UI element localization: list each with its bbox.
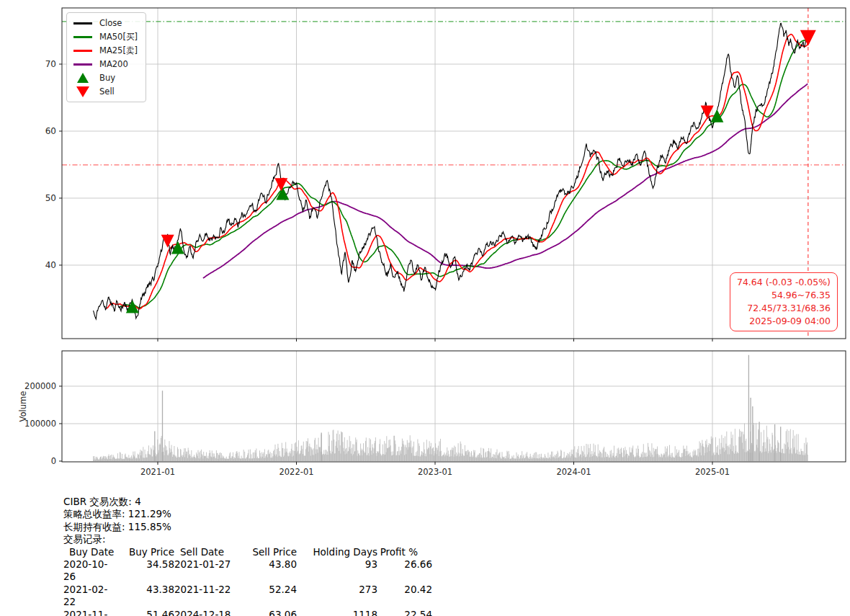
trade-cell: 43.80 [239,558,297,584]
close-series [94,23,808,319]
trade-cell: 20.42 [377,584,432,609]
line-sample [73,50,92,52]
svg-text:40: 40 [45,260,56,270]
trade-cell: 51.46 [118,609,174,616]
trade-col-header: Sell Price [239,546,297,558]
svg-text:2025-01: 2025-01 [695,467,730,477]
strategy-summary: CIBR 交易次数: 4 策略总收益率: 121.29% 长期持有收益: 115… [63,496,432,616]
trade-cell: 2021-02-22 [63,584,118,609]
legend-line-swatch [73,36,93,38]
sell-markers [161,30,816,248]
line-sample [73,36,92,38]
svg-text:200000: 200000 [24,381,56,391]
legend-item: Sell [73,86,138,97]
svg-text:70: 70 [45,59,56,69]
legend-label: MA50[买] [99,32,138,43]
trade-cell: 2024-12-18 [174,609,239,616]
svg-text:0: 0 [51,456,56,466]
svg-text:2023-01: 2023-01 [418,467,452,477]
trade-col-header: Profit % [377,546,432,558]
legend-marker-swatch [73,73,93,83]
volume-bars [94,355,808,461]
sell-triangle-icon [76,86,89,97]
annotation-line-mas: 72.45/73.31/68.36 [737,302,831,315]
ma25-series [107,35,808,309]
svg-text:100000: 100000 [24,419,56,429]
trade-cell: 26.66 [377,558,432,584]
trade-cell: 93 [297,558,377,584]
legend-item: MA50[买] [73,31,138,43]
axis-ticks-and-labels: 4050607001000002000002021-012022-012023-… [18,59,730,477]
trade-count-line: CIBR 交易次数: 4 [63,496,432,508]
legend-label: Close [99,18,122,28]
trade-cell: 2021-01-27 [174,558,239,584]
annotation-line-price: 74.64 (-0.03 -0.05%) [737,276,831,289]
legend-label: MA25[卖] [99,45,138,56]
trade-cell: 2021-11-22 [174,584,239,609]
buy-triangle-icon [77,73,89,83]
legend-line-swatch [73,63,93,66]
trade-cell: 2020-10-26 [63,558,118,584]
legend-marker-swatch [73,86,93,97]
legend-label: Buy [99,73,115,83]
legend-item: MA25[卖] [73,45,138,56]
trade-log-label: 交易记录: [63,533,432,545]
legend-item: Close [73,17,138,29]
svg-text:2024-01: 2024-01 [556,467,591,477]
svg-text:50: 50 [45,193,56,203]
legend-item: Buy [73,72,138,84]
volume-axis-label: Volume [18,391,28,422]
trade-col-header: Buy Date [63,546,118,558]
line-sample [73,22,92,24]
trade-cell: 43.38 [118,584,174,609]
line-sample [73,63,92,66]
trade-table: Buy DateBuy PriceSell DateSell PriceHold… [63,546,432,616]
svg-text:60: 60 [45,126,56,136]
legend-line-swatch [73,50,93,52]
legend: CloseMA50[买]MA25[卖]MA200BuySell [66,12,146,102]
svg-text:2021-01: 2021-01 [140,467,175,477]
annotation-line-time: 2025-09-09 04:00 [737,315,831,328]
hold-return-line: 长期持有收益: 115.85% [63,521,432,533]
trade-cell: 1118 [297,609,377,616]
trade-cell: 273 [297,584,377,609]
trade-cell: 63.06 [239,609,297,616]
ma50-series [120,40,808,308]
annotation-line-range: 54.96~76.35 [737,289,831,302]
trade-col-header: Sell Date [174,546,239,558]
trade-cell: 34.58 [118,558,174,584]
trade-cell: 2021-11-26 [63,609,118,616]
trade-cell: 22.54 [377,609,432,616]
range-hlines [62,22,846,165]
trade-cell: 52.24 [239,584,297,609]
figure: 4050607001000002000002021-012022-012023-… [0,0,850,616]
quote-annotation: 74.64 (-0.03 -0.05%) 54.96~76.35 72.45/7… [730,272,838,331]
legend-line-swatch [73,22,93,24]
buy-markers [126,110,724,313]
strategy-return-line: 策略总收益率: 121.29% [63,508,432,520]
legend-item: MA200 [73,58,138,70]
trade-col-header: Buy Price [118,546,174,558]
legend-label: Sell [99,86,115,97]
svg-text:2022-01: 2022-01 [279,467,313,477]
trade-col-header: Holding Days [297,546,377,558]
legend-label: MA200 [99,59,128,69]
